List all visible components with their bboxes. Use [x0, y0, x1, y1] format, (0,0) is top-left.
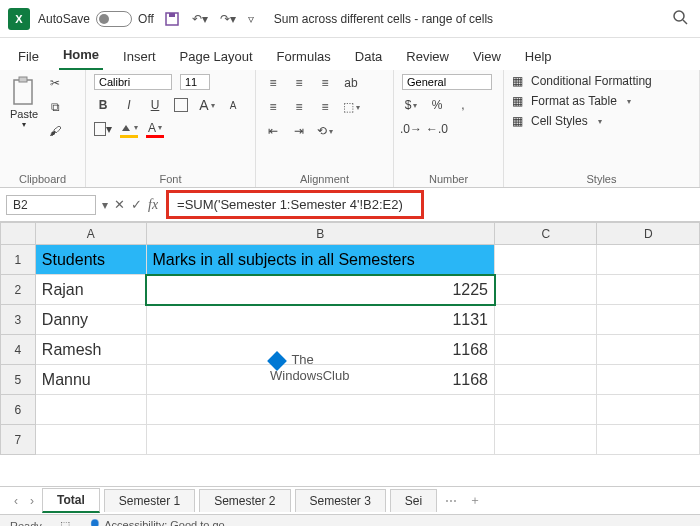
sheet-tab-sem1[interactable]: Semester 1	[104, 489, 195, 512]
cell-styles-button[interactable]: ▦ Cell Styles	[512, 114, 602, 128]
align-bottom-icon[interactable]: ≡	[316, 74, 334, 92]
bold-button[interactable]: B	[94, 96, 112, 114]
orientation-button[interactable]: ⟲	[316, 122, 334, 140]
font-size-select[interactable]	[180, 74, 210, 90]
column-header-d[interactable]: D	[597, 223, 700, 245]
cell-d4[interactable]	[597, 335, 700, 365]
cell-c3[interactable]	[495, 305, 597, 335]
redo-icon[interactable]: ↷▾	[220, 12, 236, 26]
underline-button[interactable]: U	[146, 96, 164, 114]
cell-c1[interactable]	[495, 245, 597, 275]
cell-a5[interactable]: Mannu	[35, 365, 146, 395]
align-right-icon[interactable]: ≡	[316, 98, 334, 116]
new-sheet-icon[interactable]: ＋	[465, 492, 485, 509]
tab-review[interactable]: Review	[402, 43, 453, 70]
cell-c5[interactable]	[495, 365, 597, 395]
sheet-overflow-icon[interactable]: ⋯	[441, 494, 461, 508]
align-top-icon[interactable]: ≡	[264, 74, 282, 92]
paste-button[interactable]: Paste ▾	[8, 74, 40, 131]
cell-d6[interactable]	[597, 395, 700, 425]
spreadsheet-grid[interactable]: A B C D 1 Students Marks in all subjects…	[0, 222, 700, 486]
autosave-toggle[interactable]: AutoSave Off	[38, 11, 154, 27]
tab-formulas[interactable]: Formulas	[273, 43, 335, 70]
row-header-2[interactable]: 2	[1, 275, 36, 305]
tab-insert[interactable]: Insert	[119, 43, 160, 70]
sheet-tab-sem4[interactable]: Sei	[390, 489, 437, 512]
cell-b6[interactable]	[146, 395, 494, 425]
percent-button[interactable]: %	[428, 96, 446, 114]
row-header-5[interactable]: 5	[1, 365, 36, 395]
row-header-3[interactable]: 3	[1, 305, 36, 335]
sheet-tab-total[interactable]: Total	[42, 488, 100, 513]
align-center-icon[interactable]: ≡	[290, 98, 308, 116]
merge-button[interactable]: ⬚	[342, 98, 360, 116]
tab-view[interactable]: View	[469, 43, 505, 70]
sheet-nav-next-icon[interactable]: ›	[26, 494, 38, 508]
number-format-select[interactable]	[402, 74, 492, 90]
shrink-font-button[interactable]: A	[224, 96, 242, 114]
search-icon[interactable]	[672, 9, 692, 29]
format-painter-icon[interactable]: 🖌	[46, 122, 64, 140]
grow-font-button[interactable]: A	[198, 96, 216, 114]
qat-dropdown-icon[interactable]: ▿	[248, 12, 254, 26]
accounting-format-icon[interactable]: $	[402, 96, 420, 114]
cell-a2[interactable]: Rajan	[35, 275, 146, 305]
format-as-table-button[interactable]: ▦ Format as Table	[512, 94, 631, 108]
save-icon[interactable]	[164, 11, 180, 27]
align-left-icon[interactable]: ≡	[264, 98, 282, 116]
column-header-c[interactable]: C	[495, 223, 597, 245]
wrap-text-button[interactable]: ab	[342, 74, 360, 92]
row-header-4[interactable]: 4	[1, 335, 36, 365]
sheet-tab-sem3[interactable]: Semester 3	[295, 489, 386, 512]
accessibility-status[interactable]: 👤 Accessibility: Good to go	[88, 519, 225, 526]
name-box[interactable]: B2	[6, 195, 96, 215]
macro-record-icon[interactable]: ⬚	[60, 519, 70, 526]
fill-color-button[interactable]	[120, 120, 138, 138]
decrease-decimal-icon[interactable]: ←.0	[428, 120, 446, 138]
copy-icon[interactable]: ⧉	[46, 98, 64, 116]
increase-indent-icon[interactable]: ⇥	[290, 122, 308, 140]
tab-data[interactable]: Data	[351, 43, 386, 70]
sheet-tab-sem2[interactable]: Semester 2	[199, 489, 290, 512]
sheet-nav-prev-icon[interactable]: ‹	[10, 494, 22, 508]
cell-b7[interactable]	[146, 425, 494, 455]
font-color-button[interactable]: A	[146, 120, 164, 138]
name-box-dropdown-icon[interactable]: ▾	[102, 198, 108, 212]
cell-d2[interactable]	[597, 275, 700, 305]
cell-c6[interactable]	[495, 395, 597, 425]
tab-home[interactable]: Home	[59, 41, 103, 70]
cell-a1[interactable]: Students	[35, 245, 146, 275]
cell-b2[interactable]: 1225	[146, 275, 494, 305]
cell-b3[interactable]: 1131	[146, 305, 494, 335]
tab-help[interactable]: Help	[521, 43, 556, 70]
tab-file[interactable]: File	[14, 43, 43, 70]
cell-c2[interactable]	[495, 275, 597, 305]
cell-d3[interactable]	[597, 305, 700, 335]
comma-button[interactable]: ,	[454, 96, 472, 114]
cell-d7[interactable]	[597, 425, 700, 455]
cell-c4[interactable]	[495, 335, 597, 365]
toggle-switch-icon[interactable]	[96, 11, 132, 27]
select-all-corner[interactable]	[1, 223, 36, 245]
increase-decimal-icon[interactable]: .0→	[402, 120, 420, 138]
enter-formula-icon[interactable]: ✓	[131, 197, 142, 212]
font-name-select[interactable]	[94, 74, 172, 90]
row-header-1[interactable]: 1	[1, 245, 36, 275]
cell-a4[interactable]: Ramesh	[35, 335, 146, 365]
column-header-b[interactable]: B	[146, 223, 494, 245]
cancel-formula-icon[interactable]: ✕	[114, 197, 125, 212]
cell-b1[interactable]: Marks in all subjects in all Semesters	[146, 245, 494, 275]
cell-d5[interactable]	[597, 365, 700, 395]
column-header-a[interactable]: A	[35, 223, 146, 245]
fx-icon[interactable]: fx	[148, 197, 158, 213]
cell-a3[interactable]: Danny	[35, 305, 146, 335]
row-header-6[interactable]: 6	[1, 395, 36, 425]
row-header-7[interactable]: 7	[1, 425, 36, 455]
cell-c7[interactable]	[495, 425, 597, 455]
border-button[interactable]	[172, 96, 190, 114]
formula-input[interactable]: =SUM('Semester 1:Semester 4'!B2:E2)	[166, 190, 424, 219]
align-middle-icon[interactable]: ≡	[290, 74, 308, 92]
decrease-indent-icon[interactable]: ⇤	[264, 122, 282, 140]
tab-page-layout[interactable]: Page Layout	[176, 43, 257, 70]
conditional-formatting-button[interactable]: ▦ Conditional Formatting	[512, 74, 652, 88]
